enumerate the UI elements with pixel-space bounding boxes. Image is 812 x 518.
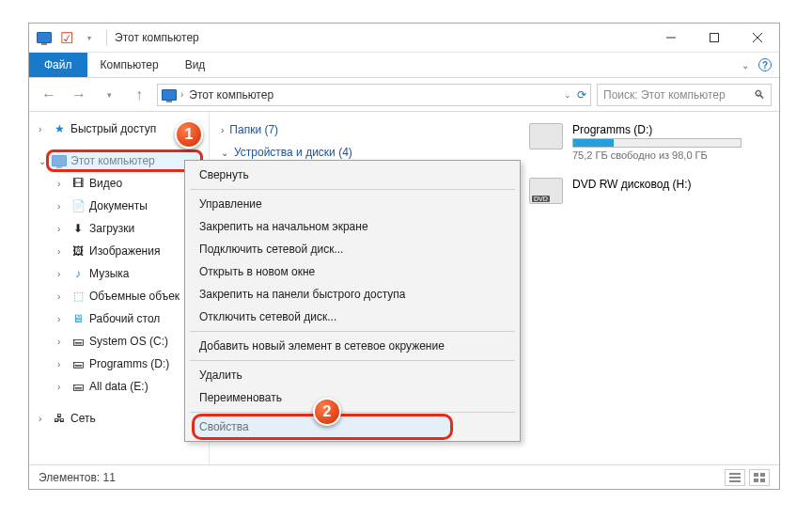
cube-icon: ⬚ bbox=[70, 289, 86, 304]
sidebar-item-downloads[interactable]: ›⬇Загрузки bbox=[29, 217, 209, 240]
ctx-properties[interactable]: Свойства bbox=[188, 416, 517, 438]
tab-file[interactable]: Файл bbox=[29, 53, 87, 77]
sidebar-item-desktop[interactable]: ›🖥Рабочий стол bbox=[29, 307, 209, 330]
sidebar-item-documents[interactable]: ›📄Документы bbox=[29, 195, 209, 217]
address-dropdown-icon[interactable]: ⌄ bbox=[564, 90, 571, 100]
ctx-separator bbox=[190, 412, 515, 413]
network-icon: 🖧 bbox=[52, 411, 67, 426]
drive-icon: 🖴 bbox=[70, 334, 86, 349]
drive-name: Programms (D:) bbox=[572, 123, 742, 136]
ctx-collapse[interactable]: Свернуть bbox=[188, 164, 517, 186]
star-icon: ★ bbox=[52, 121, 67, 136]
ctx-pin-quick[interactable]: Закрепить на панели быстрого доступа bbox=[188, 283, 517, 306]
svg-rect-4 bbox=[729, 473, 741, 475]
desktop-icon: 🖥 bbox=[70, 311, 86, 326]
minimize-button[interactable] bbox=[649, 24, 693, 52]
title-separator bbox=[106, 29, 107, 46]
ctx-add-network[interactable]: Добавить новый элемент в сетевое окружен… bbox=[188, 335, 517, 357]
maximize-button[interactable] bbox=[693, 24, 736, 52]
chevron-down-icon: ⌄ bbox=[221, 148, 228, 158]
ctx-manage[interactable]: Управление bbox=[188, 193, 517, 215]
document-icon: 📄 bbox=[70, 198, 86, 213]
address-field[interactable]: › Этот компьютер ⌄ ⟳ bbox=[157, 84, 591, 106]
help-icon[interactable]: ? bbox=[758, 58, 772, 71]
sidebar-item-videos[interactable]: ›🎞Видео bbox=[29, 172, 209, 195]
title-bar: ☑ ▾ Этот компьютер bbox=[29, 24, 779, 53]
window-title: Этот компьютер bbox=[115, 31, 199, 44]
ctx-disconnect[interactable]: Отключить сетевой диск... bbox=[188, 306, 517, 328]
up-button[interactable]: ↑ bbox=[127, 83, 151, 107]
forward-button[interactable]: → bbox=[67, 83, 91, 107]
sidebar-item-this-pc[interactable]: ⌄Этот компьютер bbox=[29, 149, 209, 172]
sidebar-item-drive-e[interactable]: ›🖴All data (E:) bbox=[29, 375, 209, 398]
ribbon-expand-icon[interactable]: ⌄ bbox=[742, 60, 749, 71]
tab-computer[interactable]: Компьютер bbox=[87, 53, 172, 77]
status-count: Элементов: 11 bbox=[39, 471, 116, 484]
view-icons-button[interactable] bbox=[749, 469, 770, 486]
crumb-pc-icon bbox=[162, 89, 177, 101]
capacity-bar bbox=[572, 138, 742, 148]
chevron-right-icon: › bbox=[221, 125, 224, 135]
chevron-right-icon: › bbox=[180, 89, 183, 100]
sidebar-item-3d[interactable]: ›⬚Объемные объек bbox=[29, 285, 209, 307]
back-button[interactable]: ← bbox=[37, 83, 61, 107]
ctx-new-window[interactable]: Открыть в новом окне bbox=[188, 260, 517, 283]
svg-rect-7 bbox=[754, 473, 758, 477]
dvd-icon: DVD bbox=[529, 178, 563, 204]
search-label: Поиск: Этот компьютер bbox=[603, 88, 726, 102]
svg-rect-6 bbox=[729, 480, 741, 482]
sidebar-item-drive-d[interactable]: ›🖴Programms (D:) bbox=[29, 353, 209, 375]
breadcrumb[interactable]: Этот компьютер bbox=[189, 88, 273, 102]
qat-check-icon[interactable]: ☑ bbox=[57, 28, 76, 47]
hdd-icon bbox=[529, 123, 563, 149]
ctx-rename[interactable]: Переименовать bbox=[188, 386, 517, 409]
sidebar-item-pictures[interactable]: ›🖼Изображения bbox=[29, 240, 209, 262]
pc-icon bbox=[35, 28, 54, 47]
svg-rect-5 bbox=[729, 477, 741, 479]
annotation-badge-2: 2 bbox=[313, 398, 341, 426]
ctx-delete[interactable]: Удалить bbox=[188, 364, 517, 386]
video-icon: 🎞 bbox=[70, 176, 86, 191]
qat-dropdown-icon[interactable]: ▾ bbox=[80, 28, 99, 47]
refresh-icon[interactable]: ⟳ bbox=[577, 88, 586, 102]
svg-rect-8 bbox=[760, 473, 765, 477]
svg-rect-10 bbox=[760, 479, 765, 482]
sidebar-item-drive-c[interactable]: ›🖴System OS (C:) bbox=[29, 330, 209, 353]
ctx-pin-start[interactable]: Закрепить на начальном экране bbox=[188, 215, 517, 238]
music-icon: ♪ bbox=[70, 266, 86, 281]
address-bar: ← → ▾ ↑ › Этот компьютер ⌄ ⟳ Поиск: Этот… bbox=[29, 78, 779, 112]
svg-rect-1 bbox=[710, 34, 719, 42]
ctx-separator bbox=[190, 189, 515, 190]
svg-rect-9 bbox=[754, 479, 758, 482]
drive-free: 75,2 ГБ свободно из 98,0 ГБ bbox=[572, 149, 742, 161]
sidebar-item-network[interactable]: ›🖧Сеть bbox=[29, 407, 209, 430]
tab-view[interactable]: Вид bbox=[172, 53, 219, 77]
picture-icon: 🖼 bbox=[70, 243, 86, 259]
ctx-separator bbox=[190, 331, 515, 332]
drive-icon: 🖴 bbox=[70, 356, 86, 371]
history-dropdown[interactable]: ▾ bbox=[97, 83, 121, 107]
annotation-badge-1: 1 bbox=[175, 120, 203, 149]
drive-icon: 🖴 bbox=[70, 379, 86, 394]
drive-item[interactable]: Programms (D:) 75,2 ГБ свободно из 98,0 … bbox=[529, 123, 742, 161]
view-details-button[interactable] bbox=[725, 469, 745, 486]
search-input[interactable]: Поиск: Этот компьютер 🔍︎ bbox=[597, 84, 772, 106]
navigation-pane: ›★Быстрый доступ ⌄Этот компьютер ›🎞Видео… bbox=[29, 112, 210, 464]
pc-icon bbox=[52, 153, 67, 168]
download-icon: ⬇ bbox=[70, 221, 86, 236]
sidebar-item-music[interactable]: ›♪Музыка bbox=[29, 262, 209, 285]
search-icon[interactable]: 🔍︎ bbox=[754, 88, 765, 102]
context-menu: Свернуть Управление Закрепить на начальн… bbox=[184, 160, 521, 442]
drive-item[interactable]: DVD DVD RW дисковод (H:) bbox=[529, 178, 742, 204]
ribbon: Файл Компьютер Вид ⌄ ? bbox=[29, 53, 779, 78]
status-bar: Элементов: 11 bbox=[29, 464, 779, 489]
ctx-separator bbox=[190, 360, 515, 361]
drive-name: DVD RW дисковод (H:) bbox=[572, 178, 692, 191]
close-button[interactable] bbox=[736, 24, 779, 52]
ctx-map-drive[interactable]: Подключить сетевой диск... bbox=[188, 238, 517, 260]
